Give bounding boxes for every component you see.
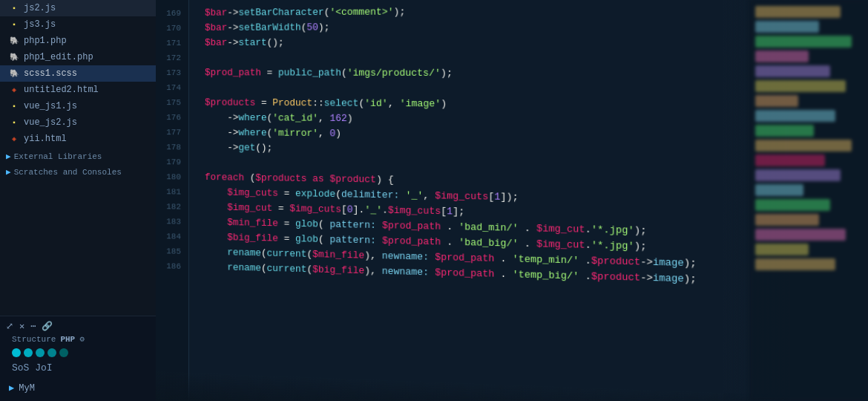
right-line-7 xyxy=(755,95,798,107)
right-line-5 xyxy=(755,65,830,77)
code-line-169: $bar->setBarCharacter('<comment>'); xyxy=(205,2,777,20)
right-line-12 xyxy=(755,169,841,181)
file-name-untitled2: untitled2.html xyxy=(24,85,99,95)
file-name-vuejs1: vue_js1.js xyxy=(24,101,77,111)
dot-5 xyxy=(59,348,68,357)
right-line-17 xyxy=(755,244,809,255)
external-libraries-label: External Libraries xyxy=(14,152,102,161)
file-item-scss1[interactable]: 🐘 scss1.scss xyxy=(0,65,156,82)
file-name-scss1: scss1.scss xyxy=(24,68,77,79)
file-item-js2[interactable]: ▪ js2.js xyxy=(0,0,156,16)
file-item-vuejs1[interactable]: ▪ vue_js1.js xyxy=(0,98,156,114)
main-container: ▪ js2.js ▪ js3.js 🐘 php1.php 🐘 php1_edit… xyxy=(0,0,868,401)
code-line-173: $prod_path = public_path('imgs/products/… xyxy=(205,65,777,82)
html-icon: ◈ xyxy=(9,134,19,144)
php-icon: 🐘 xyxy=(9,36,19,46)
scss-icon: 🐘 xyxy=(9,68,19,79)
line-num-172: 172 xyxy=(156,50,181,65)
line-num-178: 178 xyxy=(156,140,181,154)
right-line-10 xyxy=(755,140,852,151)
right-line-18 xyxy=(755,258,835,270)
chevron-right-icon: ▶ xyxy=(6,151,11,161)
js-icon: ▪ xyxy=(9,3,19,13)
code-content: $bar->setBarCharacter('<comment>'); $bar… xyxy=(193,0,790,401)
file-item-untitled2[interactable]: ◈ untitled2.html xyxy=(0,82,156,98)
mym-label: MyM xyxy=(19,383,35,394)
php-icon: 🐘 xyxy=(9,52,19,62)
line-num-169: 169 xyxy=(156,6,181,21)
line-num-170: 170 xyxy=(156,21,181,36)
line-num-176: 176 xyxy=(156,110,181,125)
file-name-yii: yii.html xyxy=(24,134,67,144)
line-num-181: 181 xyxy=(156,184,181,200)
right-line-1 xyxy=(755,6,841,18)
line-num-180: 180 xyxy=(156,169,181,185)
file-name-php1: php1.php xyxy=(24,36,67,46)
line-numbers: 169 170 171 172 173 174 175 176 177 178 … xyxy=(156,0,189,401)
toolbar-row: ⤢ ✕ ⋯ 🔗 xyxy=(6,321,150,332)
code-line-171: $bar->start(); xyxy=(205,34,777,50)
line-num-184: 184 xyxy=(156,229,181,244)
line-num-174: 174 xyxy=(156,80,181,95)
line-num-183: 183 xyxy=(156,214,181,229)
js-icon: ▪ xyxy=(9,19,19,30)
dot-indicators-row xyxy=(6,346,150,359)
line-num-186: 186 xyxy=(156,258,181,274)
right-line-6 xyxy=(755,80,846,92)
right-line-11 xyxy=(755,154,825,166)
sos-joi-text: SoS JoI xyxy=(12,362,53,374)
file-name-js3: js3.js xyxy=(24,19,56,30)
file-item-js3[interactable]: ▪ js3.js xyxy=(0,16,156,33)
right-code-panel xyxy=(749,0,868,401)
right-line-14 xyxy=(755,199,830,211)
line-num-179: 179 xyxy=(156,154,181,169)
line-num-171: 171 xyxy=(156,36,181,50)
right-line-15 xyxy=(755,214,819,226)
code-line-172 xyxy=(205,50,777,66)
file-item-vuejs2[interactable]: ▪ vue_js2.js xyxy=(0,114,156,131)
right-line-3 xyxy=(755,36,852,48)
folder-icon: ▶ xyxy=(9,382,14,394)
right-line-2 xyxy=(755,21,819,33)
scratches-section[interactable]: ▶ Scratches and Consoles xyxy=(0,163,156,178)
line-num-175: 175 xyxy=(156,95,181,110)
file-item-yii[interactable]: ◈ yii.html xyxy=(0,131,156,147)
expand-icon[interactable]: ⤢ xyxy=(6,321,13,332)
file-item-php1[interactable]: 🐘 php1.php xyxy=(0,33,156,49)
dot-3 xyxy=(36,348,45,357)
code-line-170: $bar->setBarWidth(50); xyxy=(205,19,777,36)
line-num-173: 173 xyxy=(156,65,181,80)
editor-main: 169 170 171 172 173 174 175 176 177 178 … xyxy=(156,0,868,401)
file-name-vuejs2: vue_js2.js xyxy=(24,117,77,128)
file-item-php1edit[interactable]: 🐘 php1_edit.php xyxy=(0,49,156,65)
chevron-right-icon: ▶ xyxy=(6,167,11,177)
scratches-label: Scratches and Consoles xyxy=(14,168,122,177)
right-line-13 xyxy=(755,184,803,196)
line-num-177: 177 xyxy=(156,125,181,140)
more-icon[interactable]: ⋯ xyxy=(30,321,36,332)
right-line-9 xyxy=(755,125,814,137)
status-bar: Structure PHP ⚙ xyxy=(6,332,150,346)
close-icon[interactable]: ✕ xyxy=(19,321,24,332)
dot-indicators xyxy=(12,348,68,357)
sos-joi-label: SoS JoI xyxy=(6,359,150,376)
line-num-185: 185 xyxy=(156,244,181,259)
settings-icon[interactable]: ⚙ xyxy=(79,334,85,344)
sidebar-bottom: ⤢ ✕ ⋯ 🔗 Structure PHP ⚙ SoS xyxy=(0,316,156,401)
line-num-182: 182 xyxy=(156,199,181,215)
dot-2 xyxy=(24,348,33,357)
link-icon[interactable]: 🔗 xyxy=(42,321,53,332)
js-icon: ▪ xyxy=(9,101,19,111)
file-name-php1edit: php1_edit.php xyxy=(24,52,93,62)
sidebar: ▪ js2.js ▪ js3.js 🐘 php1.php 🐘 php1_edit… xyxy=(0,0,156,401)
right-line-4 xyxy=(755,50,809,62)
right-code-content xyxy=(749,0,868,278)
right-line-16 xyxy=(755,229,846,241)
external-libraries-section[interactable]: ▶ External Libraries xyxy=(0,147,156,163)
php-mode-label: PHP xyxy=(60,335,75,344)
code-area: 169 170 171 172 173 174 175 176 177 178 … xyxy=(156,0,790,401)
mym-item[interactable]: ▶ MyM xyxy=(6,379,150,397)
file-list: ▪ js2.js ▪ js3.js 🐘 php1.php 🐘 php1_edit… xyxy=(0,0,156,316)
js-icon: ▪ xyxy=(9,117,19,128)
dot-1 xyxy=(12,348,21,357)
